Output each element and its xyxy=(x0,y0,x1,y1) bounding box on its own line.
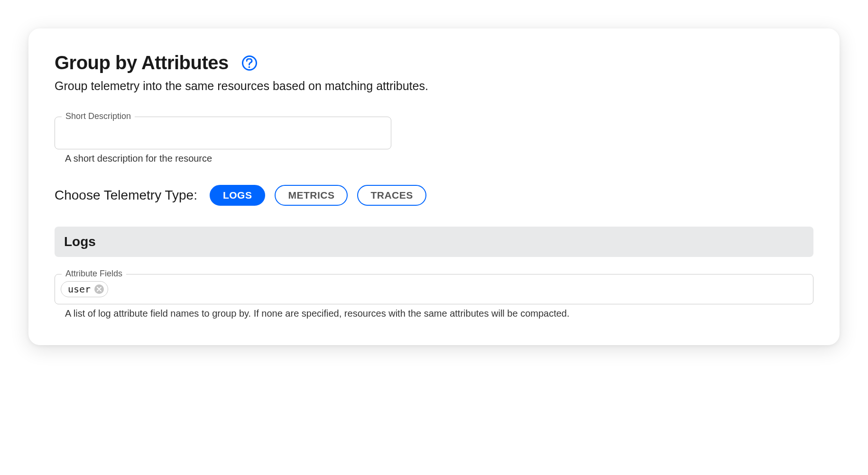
telemetry-option-logs[interactable]: LOGS xyxy=(210,185,266,206)
telemetry-type-label: Choose Telemetry Type: xyxy=(55,188,197,203)
attribute-fields-field: Attribute Fields user xyxy=(55,274,813,304)
help-icon[interactable] xyxy=(242,55,257,71)
attribute-fields-helper: A list of log attribute field names to g… xyxy=(65,308,813,319)
svg-point-0 xyxy=(248,66,250,67)
section-header-logs: Logs xyxy=(55,227,813,257)
short-description-field: Short Description xyxy=(55,117,391,149)
attribute-tag-label: user xyxy=(68,283,91,295)
header-row: Group by Attributes xyxy=(55,52,813,73)
short-description-input[interactable] xyxy=(64,128,382,138)
telemetry-option-metrics[interactable]: METRICS xyxy=(275,185,348,206)
telemetry-type-row: Choose Telemetry Type: LOGS METRICS TRAC… xyxy=(55,185,813,206)
attribute-fields-tag-container[interactable]: user xyxy=(61,281,807,297)
attribute-fields-legend: Attribute Fields xyxy=(62,269,126,279)
attribute-tag: user xyxy=(61,281,108,297)
attribute-fields-input[interactable] xyxy=(112,282,807,297)
short-description-helper: A short description for the resource xyxy=(65,153,813,164)
page-title: Group by Attributes xyxy=(55,52,229,73)
telemetry-option-traces[interactable]: TRACES xyxy=(357,185,426,206)
short-description-legend: Short Description xyxy=(62,111,135,121)
page-subtitle: Group telemetry into the same resources … xyxy=(55,79,813,93)
close-icon[interactable] xyxy=(94,284,104,294)
config-card: Group by Attributes Group telemetry into… xyxy=(28,28,840,345)
